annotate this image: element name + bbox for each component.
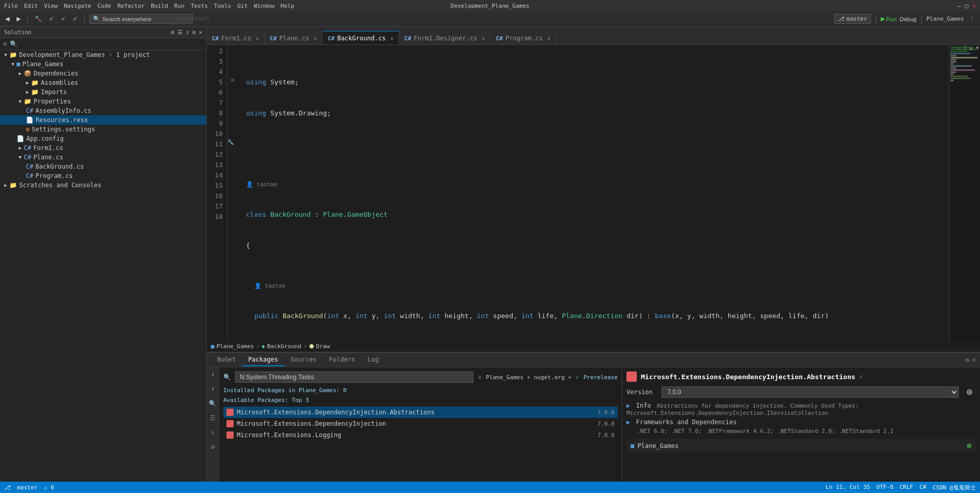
menu-file[interactable]: File [4,3,18,9]
forward-button[interactable]: ▶ [14,14,23,23]
debug-button[interactable]: Debug [900,16,916,22]
package-item-3[interactable]: Microsoft.Extensions.Logging 7.0.0 [223,429,618,441]
properties-icon: 📁 [24,98,32,105]
nuget-search-clear[interactable]: × [478,374,482,381]
window-title: Development_Plane_Games [451,3,529,9]
tree-item-scratches[interactable]: ▶ 📁 Scratches and Consoles [0,181,206,190]
form1-icon: C# [24,144,31,152]
nuget-search-input[interactable] [235,371,473,383]
tree-item-properties[interactable]: ▼ 📁 Properties [0,97,206,106]
close-btn[interactable]: × [972,3,976,9]
breadcrumb-plane-games[interactable]: Plane_Games [217,343,254,350]
status-position: Ln 11, Col 35 [825,484,870,491]
breadcrumb-draw[interactable]: Draw [316,343,330,350]
tab-form1designercs[interactable]: C# Form1.Designer.cs × [399,31,491,44]
tree-item-assemblies[interactable]: ▶ 📁 Assemblies [0,78,206,87]
bl-icon-5[interactable]: ↕ [209,427,216,438]
menu-run[interactable]: Run [174,3,185,9]
scratches-arrow: ▶ [2,183,9,188]
check2-button[interactable]: ✓ [59,14,68,23]
tree-item-dependencies[interactable]: ▶ 📦 Dependencies [0,69,206,78]
frameworks-toggle[interactable]: ▶ [626,419,630,426]
more-options-button[interactable]: ⋮ [967,14,977,23]
menu-help[interactable]: Help [281,3,295,9]
tab-form1designercs-close[interactable]: × [482,36,485,41]
tree-item-solution[interactable]: ▼ 📁 Development_Plane_Games · 1 project [0,50,206,59]
tab-planecs[interactable]: C# Plane.cs × [265,31,323,44]
maximize-btn[interactable]: □ [965,3,969,9]
nuget-prerelease-label[interactable]: Prerelease [584,374,618,381]
tab-backgroundcs-close[interactable]: × [390,36,393,41]
menu-window[interactable]: Window [254,3,274,9]
bl-icon-6[interactable]: ⚙ [209,442,216,452]
sidebar-gear-icon[interactable]: ⚙ [192,29,196,36]
tab-programcs-close[interactable]: × [547,36,550,41]
menu-view[interactable]: View [44,3,58,9]
tree-item-resources[interactable]: 📄 Resources.resx [0,115,206,125]
tree-item-program[interactable]: C# Program.cs [0,171,206,181]
breadcrumb-background[interactable]: BackGround [267,343,301,350]
search-box[interactable]: 🔍 Shift+Shift [89,14,193,24]
sidebar-close-icon[interactable]: × [198,29,202,36]
sidebar-header-icons[interactable]: ⚙ ☰ ↕ ⚙ × [171,29,203,36]
version-select[interactable]: 7.0.0 [662,386,959,398]
bottom-tab-sources[interactable]: Sources [284,354,323,366]
tree-item-background[interactable]: C# BackGround.cs [0,162,206,171]
package-item-2[interactable]: Microsoft.Extensions.DependencyInjection… [223,418,618,429]
package-item-1[interactable]: Microsoft.Extensions.DependencyInjection… [223,407,618,418]
editor-area: C# Form1.cs × C# Plane.cs × C# BackGroun… [207,27,980,482]
close-icon-bottom[interactable]: × [972,356,976,364]
sidebar-sync-icon[interactable]: ↕ [186,29,189,36]
tree-item-planecs[interactable]: ▼ C# Plane.cs [0,153,206,162]
tab-programcs[interactable]: C# Program.cs × [491,31,556,44]
menu-bar[interactable]: File Edit View Navigate Code Refactor Bu… [4,3,294,9]
window-controls[interactable]: — □ × [957,3,976,9]
tree-item-appconfig[interactable]: 📄 App.config [0,134,206,143]
minimize-btn[interactable]: — [957,3,961,9]
check-button[interactable]: ✓ [47,14,56,23]
bottom-tab-packages[interactable]: Packages [242,354,284,366]
bottom-tab-log[interactable]: Log [361,354,385,366]
sidebar-layout-icon[interactable]: ☰ [177,29,182,36]
sidebar-filter-icon[interactable]: 🔍 [10,40,18,48]
menu-tools[interactable]: Tools [214,3,231,9]
run-button[interactable]: ▶ Run [881,16,897,22]
check3-button[interactable]: ✓ [71,14,80,23]
tree-item-settings[interactable]: ⚙ Settings.settings [0,125,206,134]
branch-selector[interactable]: ⎇ master [834,14,871,24]
info-toggle[interactable]: ▶ [626,402,630,409]
tab-backgroundcs[interactable]: C# BackGround.cs × [323,31,399,44]
tree-item-assemblyinfo[interactable]: C# AssemblyInfo.cs [0,106,206,115]
sidebar-search-icon[interactable]: ⚙ [3,40,7,48]
project-add-icon[interactable]: ⊕ [967,441,972,451]
tab-form1cs[interactable]: C# Form1.cs × [207,31,265,44]
bl-icon-2[interactable]: ⬆ [209,384,216,394]
bl-icon-4[interactable]: ☰ [208,413,217,423]
bl-icon-3[interactable]: 🔍 [207,398,218,409]
menu-navigate[interactable]: Navigate [64,3,91,9]
install-button[interactable]: ⊕ [963,386,976,398]
menu-git[interactable]: Git [237,3,248,9]
menu-code[interactable]: Code [97,3,111,9]
settings-icon-bottom[interactable]: ⚙ [966,356,969,364]
menu-edit[interactable]: Edit [24,3,38,9]
code-editor[interactable]: 2 3 4 5 6 7 8 9 10 11 12 13 14 15 16 17 … [207,45,980,341]
tree-item-imports[interactable]: ▶ 📁 Imports [0,87,206,97]
search-input[interactable] [102,16,174,22]
bottom-tab-folders[interactable]: Folders [323,354,362,366]
tab-form1cs-icon: C# [212,35,219,42]
tree-item-plane-games[interactable]: ▼ ■ Plane_Games [0,59,206,69]
background-icon: C# [26,163,33,170]
build-button[interactable]: 🔨 [33,14,44,23]
menu-tests[interactable]: Tests [191,3,208,9]
bl-icon-1[interactable]: ⬇ [209,369,216,380]
menu-refactor[interactable]: Refactor [117,3,145,9]
bottom-tab-nuget[interactable]: NuGet [211,354,242,366]
menu-build[interactable]: Build [151,3,168,9]
back-button[interactable]: ◀ [3,14,11,23]
sidebar-settings-icon[interactable]: ⚙ [171,29,175,36]
tab-planecs-close[interactable]: × [314,36,317,41]
code-content[interactable]: using System; using System.Drawing; 👤 ta… [238,45,949,341]
tree-item-form1[interactable]: ▶ C# Form1.cs [0,143,206,153]
tab-form1cs-close[interactable]: × [256,36,259,41]
